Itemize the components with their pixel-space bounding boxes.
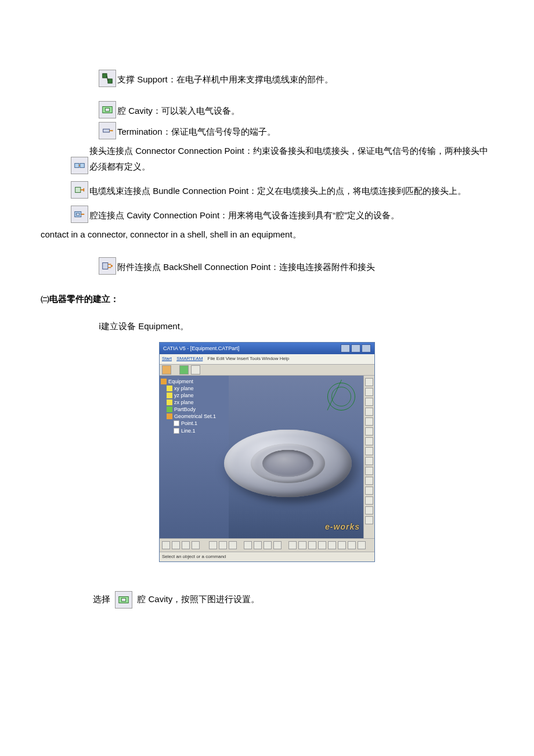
catia-title-text: CATIA V5 - [Equipment.CATPart] — [163, 344, 239, 353]
item-support: 支撑 Support：在电子样机中用来支撑电缆线束的部件。 — [41, 70, 493, 87]
svg-rect-6 — [75, 163, 79, 167]
svg-rect-4 — [103, 129, 110, 132]
catia-3d-viewport: e-works — [229, 376, 363, 538]
item-text: 电缆线束连接点 Bundle Connection Point：定义在电缆接头上… — [89, 183, 493, 199]
catia-toolbar-right — [363, 376, 374, 538]
tree-item: PartBody — [174, 406, 196, 413]
cavity-cp-icon — [71, 206, 88, 223]
select-suffix: 腔 Cavity，按照下图进行设置。 — [137, 594, 259, 604]
item-text: 附件连接点 BackShell Connection Point：连接电连接器附… — [117, 259, 375, 275]
tree-item: Point.1 — [181, 420, 197, 427]
equipment-part-3d — [224, 429, 352, 497]
item-text: 支撑 Support：在电子样机中用来支撑电缆线束的部件。 — [117, 71, 333, 87]
item-bundle-cp: 电缆线束连接点 Bundle Connection Point：定义在电缆接头上… — [41, 181, 493, 199]
catia-spec-tree: Equipment xy plane yz plane zx plane Par… — [160, 376, 229, 538]
watermark: e-works — [325, 520, 360, 534]
item-text: 接头连接点 Connector Connection Point：约束设备接头和… — [89, 143, 493, 174]
catia-toolbar-bottom — [160, 538, 374, 552]
select-cavity-line: 选择 腔 Cavity，按照下图进行设置。 — [41, 591, 493, 609]
cavity-icon — [115, 591, 132, 609]
tree-item: Equipment — [168, 378, 193, 385]
svg-rect-0 — [103, 74, 107, 78]
item-text: 腔 Cavity：可以装入电气设备。 — [117, 103, 240, 118]
item-backshell-cp: 附件连接点 BackShell Connection Point：连接电连接器附… — [41, 257, 493, 275]
svg-point-5 — [111, 130, 113, 132]
menu-smartteam: SMARTEAM — [176, 356, 203, 361]
svg-rect-8 — [75, 187, 81, 192]
catia-titlebar: CATIA V5 - [Equipment.CATPart] — [160, 343, 374, 354]
support-icon — [99, 70, 116, 87]
menu-rest: File Edit View Insert Tools Window Help — [208, 356, 290, 361]
svg-rect-7 — [80, 163, 84, 167]
svg-rect-10 — [77, 213, 80, 215]
catia-screenshot: CATIA V5 - [Equipment.CATPart] Start SMA… — [159, 342, 375, 562]
cavity-cp-extra: contact in a connector, connector in a s… — [41, 226, 493, 242]
svg-rect-11 — [103, 263, 108, 269]
tree-item: Geometrical Set.1 — [174, 413, 216, 420]
backshell-cp-icon — [99, 257, 116, 275]
cavity-icon — [99, 101, 116, 118]
tree-item: xy plane — [174, 385, 194, 392]
bundle-cp-icon — [71, 181, 88, 199]
connector-cp-icon — [71, 157, 88, 174]
item-text: 腔连接点 Cavity Connection Point：用来将电气设备连接到具… — [89, 207, 493, 223]
svg-rect-14 — [122, 598, 126, 602]
catia-toolbar-top — [160, 365, 374, 376]
menu-start: Start — [162, 356, 172, 361]
catia-status-bar: Select an object or a command — [160, 552, 374, 561]
item-cavity: 腔 Cavity：可以装入电气设备。 — [41, 101, 493, 118]
select-prefix: 选择 — [93, 594, 110, 604]
item-cavity-cp: 腔连接点 Cavity Connection Point：用来将电气设备连接到具… — [41, 206, 493, 223]
item-connector-cp: 接头连接点 Connector Connection Point：约束设备接头和… — [41, 143, 493, 174]
svg-rect-3 — [105, 108, 109, 111]
catia-menubar: Start SMARTEAM File Edit View Insert Too… — [160, 354, 374, 364]
item-termination: Termination：保证电气信号传导的端子。 — [41, 122, 493, 139]
termination-icon — [99, 122, 116, 139]
document-page: 支撑 Support：在电子样机中用来支撑电缆线束的部件。 腔 Cavity：可… — [0, 0, 534, 756]
item-text: Termination：保证电气信号传导的端子。 — [117, 124, 276, 139]
step-i: ⅰ建立设备 Equipment。 — [99, 318, 493, 334]
tree-item: yz plane — [174, 392, 194, 399]
tree-item: Line.1 — [181, 427, 196, 434]
window-buttons — [341, 344, 371, 352]
compass-icon — [327, 383, 355, 411]
svg-point-12 — [111, 265, 113, 267]
section-heading: ㈡电器零件的建立： — [41, 291, 493, 307]
tree-item: zx plane — [174, 399, 194, 406]
svg-rect-1 — [108, 79, 112, 83]
